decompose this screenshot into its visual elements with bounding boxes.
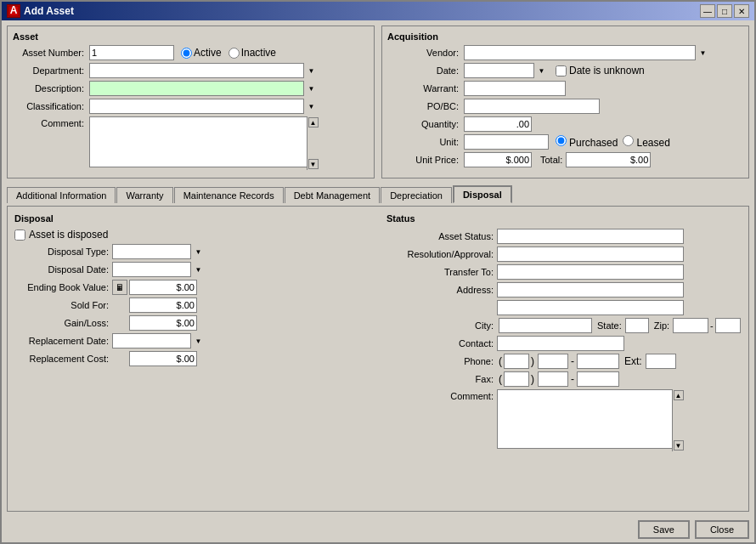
inactive-radio-label[interactable]: Inactive [228,47,276,59]
ending-book-value-row: Ending Book Value: 🖩 [14,280,370,295]
disposal-date-select[interactable] [112,262,206,277]
vendor-select[interactable] [464,45,710,60]
contact-label: Contact: [386,338,497,348]
unit-price-input[interactable] [464,152,532,167]
tab-debt[interactable]: Debt Management [285,187,381,203]
leased-label[interactable]: Leased [623,135,669,149]
transfer-to-input[interactable] [497,264,684,280]
close-window-button[interactable]: ✕ [734,4,749,18]
description-dropdown-wrapper: ▼ [89,81,319,96]
phone-row: Phone: ( ) - Ext: [386,354,742,369]
contact-row: Contact: [386,336,742,351]
classification-row: Classification: ▼ [13,99,369,114]
tab-warranty[interactable]: Warranty [116,187,172,203]
disposal-type-dropdown-wrapper: ▼ [112,244,206,259]
status-comment-scrollbar: ▲ ▼ [672,389,684,451]
ext-input[interactable] [646,354,676,369]
zip-dash: - [710,320,714,331]
department-row: Department: ▼ [13,63,369,78]
warrant-input[interactable] [464,81,566,96]
tab-maintenance[interactable]: Maintenance Records [174,187,284,203]
comment-textarea[interactable] [89,116,319,167]
disposal-date-dropdown-wrapper: ▼ [112,262,206,277]
state-input[interactable] [625,318,649,333]
phone-number-input[interactable] [577,354,619,369]
gain-loss-input[interactable] [129,315,197,331]
city-state-zip-row: City: State: Zip: - [386,318,742,333]
purchased-radio[interactable] [556,135,567,146]
bottom-bar: Save Close [2,517,754,542]
date-unknown-checkbox[interactable] [556,65,567,76]
gain-loss-row: Gain/Loss: [14,315,370,331]
zip-input2[interactable] [715,318,741,333]
replacement-date-select[interactable] [112,333,206,348]
calculator-button[interactable]: 🖩 [112,280,127,295]
transfer-to-row: Transfer To: [386,264,742,280]
department-dropdown-wrapper: ▼ [89,63,319,78]
asset-disposed-checkbox[interactable] [14,230,25,241]
fax-row: Fax: ( ) - [386,371,742,387]
disposal-type-row: Disposal Type: ▼ [14,244,370,259]
status-section-title: Status [386,213,742,224]
disposal-type-select[interactable] [112,244,206,259]
phone-area-input[interactable] [504,354,529,369]
maximize-button[interactable]: □ [717,4,732,18]
resolution-input[interactable] [497,246,684,262]
unit-price-row: Unit Price: Total: [387,152,743,167]
unit-input[interactable] [464,134,549,150]
ext-label: Ext: [624,355,642,367]
sold-for-label: Sold For: [14,300,112,310]
address2-input[interactable] [497,300,684,315]
quantity-input[interactable] [464,116,532,132]
address-row: Address: [386,282,742,298]
ending-book-value-input[interactable] [129,280,197,295]
purchased-label[interactable]: Purchased [556,135,618,149]
contact-input[interactable] [497,336,624,351]
phone-prefix-input[interactable] [538,354,568,369]
total-label: Total: [540,155,562,165]
state-label: State: [597,320,622,331]
asset-status-label: Asset Status: [386,231,497,241]
active-radio-label[interactable]: Active [181,47,222,59]
pobc-label: PO/BC: [387,101,464,111]
active-radio[interactable] [181,48,192,59]
date-unknown-group: Date is unknown [556,65,645,76]
city-label: City: [386,320,497,331]
inactive-radio[interactable] [228,48,240,59]
close-button[interactable]: Close [695,520,749,539]
comment-wrapper: ▲ ▼ [89,116,319,170]
content-area: Asset Asset Number: Active Inactive Depa… [2,20,754,517]
status-scroll-down-arrow[interactable]: ▼ [674,440,684,450]
address-input[interactable] [497,282,684,298]
status-comment-textarea[interactable] [497,389,684,449]
tab-disposal[interactable]: Disposal [453,185,512,203]
comment-scrollbar: ▲ ▼ [307,116,319,170]
replacement-cost-input[interactable] [129,351,197,366]
zip-input1[interactable] [673,318,708,333]
warrant-label: Warrant: [387,83,464,94]
total-input[interactable] [566,152,651,167]
leased-radio[interactable] [623,135,634,146]
city-input[interactable] [499,318,592,333]
save-button[interactable]: Save [638,520,690,539]
tab-additional[interactable]: Additional Information [7,187,116,203]
description-select[interactable] [89,81,319,96]
department-select[interactable] [89,63,319,78]
sold-for-input[interactable] [129,298,197,313]
asset-status-input[interactable] [497,229,684,244]
classification-select[interactable] [89,99,319,114]
fax-number-input[interactable] [577,371,619,387]
acquisition-group: Acquisition Vendor: ▼ Date: ▼ [381,26,749,178]
asset-number-input[interactable] [89,45,174,60]
minimize-button[interactable]: — [700,4,715,18]
date-select[interactable] [464,63,549,78]
pobc-input[interactable] [464,99,600,114]
tab-depreciation[interactable]: Depreciation [381,187,452,203]
vendor-label: Vendor: [387,48,464,58]
description-label: Description: [13,83,89,94]
status-scroll-up-arrow[interactable]: ▲ [674,390,684,400]
fax-prefix-input[interactable] [538,371,568,387]
fax-area-input[interactable] [504,371,529,387]
scroll-up-arrow[interactable]: ▲ [308,117,319,128]
scroll-down-arrow[interactable]: ▼ [308,159,319,169]
